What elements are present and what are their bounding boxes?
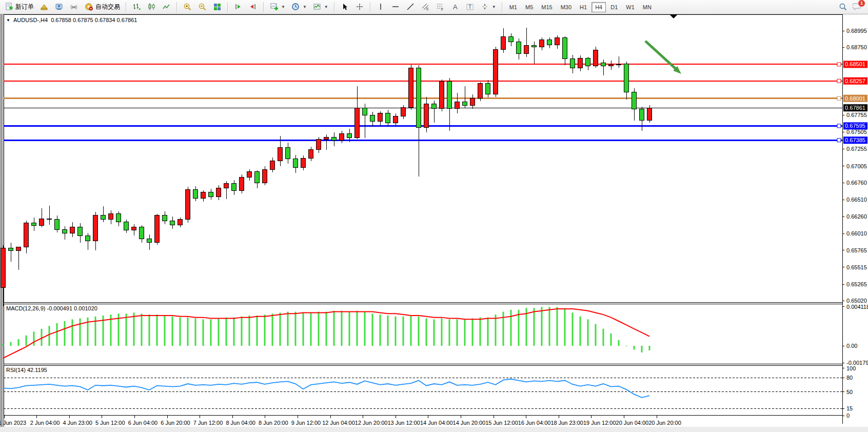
trendline-button[interactable] xyxy=(404,1,418,13)
svg-text:F: F xyxy=(441,8,443,11)
chart-ohlc-values: 0.67858 0.67875 0.67834 0.67861 xyxy=(51,17,137,23)
macd-histogram-bar xyxy=(472,318,474,346)
timeframe-h1[interactable]: H1 xyxy=(576,2,590,12)
candle-body xyxy=(178,220,183,225)
bar-chart-icon xyxy=(132,3,141,11)
candle-body xyxy=(247,172,252,178)
timeframe-h4[interactable]: H4 xyxy=(591,2,606,12)
svg-text:T: T xyxy=(468,4,471,10)
macd-histogram-bar xyxy=(410,316,412,346)
candle-body xyxy=(547,40,552,45)
candle-body xyxy=(32,223,36,225)
text-label-button[interactable]: T xyxy=(463,1,477,13)
chevron-down-icon: ▼ xyxy=(303,5,307,9)
candle-body xyxy=(594,50,598,66)
macd-histogram-bar xyxy=(295,312,297,346)
macd-histogram-bar xyxy=(380,315,381,346)
new-order-button[interactable]: 新订单 xyxy=(2,1,36,13)
horizontal-line-button[interactable] xyxy=(389,1,403,13)
time-axis-label: 9 Jun 12:00 xyxy=(291,420,321,426)
candle-body xyxy=(86,235,90,241)
candle-body xyxy=(393,116,398,123)
search-icon[interactable] xyxy=(839,3,847,11)
collapse-triangle-icon: ▼ xyxy=(6,18,10,23)
zoom-out-button[interactable] xyxy=(195,1,209,13)
line-chart-button[interactable] xyxy=(160,1,173,13)
fibonacci-button[interactable]: F xyxy=(433,1,447,13)
candle-body xyxy=(609,65,614,66)
equidistant-channel-button[interactable]: E xyxy=(419,1,432,13)
candle-body xyxy=(624,64,629,92)
price-tick-label: 0.66760 xyxy=(846,180,867,186)
timeframe-d1[interactable]: D1 xyxy=(607,2,621,12)
candle-body xyxy=(224,183,229,188)
cursor-button[interactable] xyxy=(338,1,352,13)
chart-shift-button[interactable] xyxy=(246,1,260,13)
price-tick-label: 0.65515 xyxy=(846,264,867,270)
macd-histogram-bar xyxy=(641,346,643,352)
macd-tick-label: 0.004118 xyxy=(846,304,868,310)
timeframe-m5[interactable]: M5 xyxy=(522,2,537,12)
level-line-handle xyxy=(837,139,841,142)
vertical-line-button[interactable] xyxy=(374,1,388,13)
navigator-button[interactable] xyxy=(52,1,66,13)
chart-area[interactable]: 0.689950.687500.677550.675050.672550.670… xyxy=(0,14,868,432)
macd-histogram-bar xyxy=(487,318,489,346)
candle-body xyxy=(163,215,167,221)
text-button[interactable]: A xyxy=(448,1,462,13)
macd-histogram-bar xyxy=(141,313,143,346)
candle-body xyxy=(340,134,344,141)
candle-body xyxy=(101,215,106,220)
periods-dropdown[interactable]: ▼ xyxy=(289,1,309,13)
price-tick-label: 0.66510 xyxy=(846,197,867,203)
timeframe-m1[interactable]: M1 xyxy=(506,2,521,12)
indicators-dropdown[interactable]: ▼ xyxy=(310,1,331,13)
candle-body xyxy=(563,38,567,59)
timeframe-mn[interactable]: MN xyxy=(639,2,655,12)
price-level-badge-text: 0.67385 xyxy=(845,137,865,143)
timeframe-w1[interactable]: W1 xyxy=(622,2,638,12)
rsi-pane xyxy=(4,365,842,415)
macd-histogram-bar xyxy=(272,313,273,346)
macd-histogram-bar xyxy=(333,311,335,346)
macd-histogram-bar xyxy=(403,317,404,346)
macd-histogram-bar xyxy=(49,326,50,346)
rsi-tick-label: 50 xyxy=(846,389,853,395)
candlestick-chart-button[interactable] xyxy=(145,1,159,13)
new-order-icon xyxy=(5,3,13,11)
candle-body xyxy=(1,248,6,287)
macd-histogram-bar xyxy=(426,318,427,346)
timeframe-m15[interactable]: M15 xyxy=(538,2,556,12)
candle-body xyxy=(509,36,514,42)
candle-body xyxy=(647,108,652,120)
timeframe-m30[interactable]: M30 xyxy=(557,2,575,12)
chat-button[interactable]: 1 xyxy=(853,2,862,12)
candle-body xyxy=(78,227,83,235)
tile-windows-button[interactable] xyxy=(210,1,224,13)
macd-histogram-bar xyxy=(626,346,627,346)
zoom-in-icon xyxy=(183,3,192,11)
zoom-in-button[interactable] xyxy=(181,1,194,13)
auto-scroll-button[interactable] xyxy=(231,1,245,13)
crosshair-button[interactable] xyxy=(353,1,367,13)
line-chart-icon xyxy=(162,3,171,11)
cursor-icon xyxy=(341,3,349,11)
candle-body xyxy=(47,219,52,219)
time-axis-label: 19 Jun 12:00 xyxy=(583,420,616,426)
time-axis-label: 5 Jun 12:00 xyxy=(95,420,125,426)
toolbar-separator xyxy=(263,2,264,12)
candle-body xyxy=(293,159,298,168)
candle-body xyxy=(432,104,437,108)
candle-body xyxy=(447,82,452,109)
arrows-dropdown[interactable]: ▼ xyxy=(478,1,499,13)
bar-chart-button[interactable] xyxy=(130,1,144,13)
auto-trading-button[interactable]: 自动交易 xyxy=(82,1,123,13)
toolbar-separator xyxy=(126,2,127,12)
time-axis-label: 8 Jun 20:00 xyxy=(259,420,288,426)
market-watch-button[interactable] xyxy=(37,1,51,13)
macd-histogram-bar xyxy=(249,316,250,346)
macd-histogram-bar xyxy=(233,318,235,346)
candle-body xyxy=(193,189,198,198)
signals-button[interactable] xyxy=(67,1,81,13)
new-chart-dropdown[interactable]: ▼ xyxy=(267,1,288,13)
